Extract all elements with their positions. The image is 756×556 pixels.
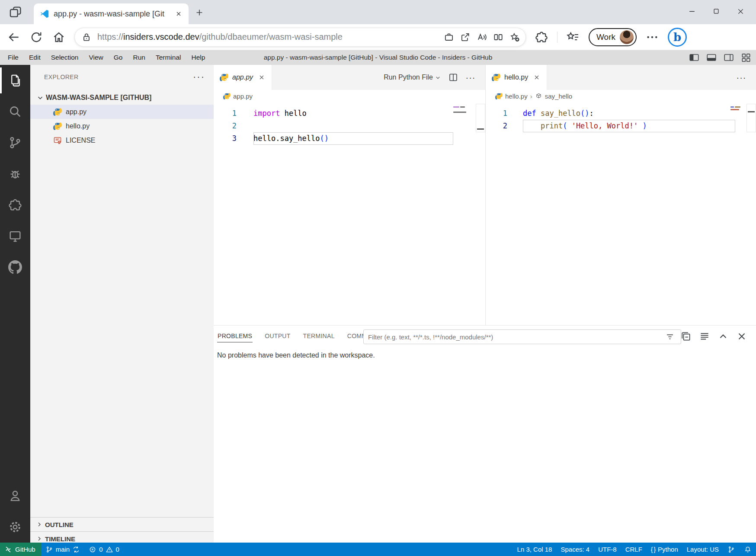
status-python[interactable]: { }Python (647, 543, 682, 556)
code-line[interactable]: def say_hello(): (523, 107, 735, 120)
panel-tab-output[interactable]: OUTPUT (264, 330, 291, 342)
overview-ruler[interactable] (746, 104, 756, 132)
editor-more-icon[interactable]: ··· (465, 72, 476, 83)
tab-hello-py[interactable]: hello.py (486, 65, 547, 90)
browser-more-icon[interactable] (645, 30, 659, 44)
accounts-icon[interactable] (0, 480, 30, 511)
activity-explorer-icon[interactable] (0, 65, 30, 96)
activity-source-control-icon[interactable] (0, 127, 30, 158)
menu-selection[interactable]: Selection (46, 50, 84, 65)
split-screen-icon[interactable] (493, 32, 504, 43)
code-line[interactable] (253, 120, 453, 132)
browser-tab[interactable]: app.py - wasm-wasi-sample [Git (34, 3, 189, 24)
back-icon[interactable] (7, 30, 21, 44)
customize-layout-icon[interactable] (740, 52, 752, 63)
branch-graph-status[interactable] (723, 543, 740, 556)
share-icon[interactable] (460, 32, 471, 43)
outline-section-header[interactable]: OUTLINE (30, 517, 214, 531)
notifications-status[interactable] (740, 543, 756, 556)
tab-label: app.py (232, 73, 253, 81)
problems-status[interactable]: 0 0 (84, 543, 124, 556)
maximize-panel-icon[interactable] (718, 331, 729, 342)
view-as-table-icon[interactable] (699, 331, 710, 342)
editor-actions: ··· (736, 65, 756, 90)
branch-status[interactable]: main (41, 543, 85, 556)
code-line[interactable]: print( 'Hello, World!' ) (523, 120, 735, 132)
status-spaces-4[interactable]: Spaces: 4 (556, 543, 594, 556)
extensions-puzzle-icon[interactable] (535, 30, 548, 44)
new-tab-button[interactable] (193, 6, 206, 19)
tree-root[interactable]: WASM-WASI-SAMPLE [GITHUB] (30, 91, 214, 105)
menu-run[interactable]: Run (128, 50, 150, 65)
url-text[interactable]: https://insiders.vscode.dev/github/dbaeu… (97, 32, 438, 42)
tab-close-icon[interactable] (257, 73, 266, 82)
breadcrumb[interactable]: app.py (214, 90, 485, 102)
settings-gear-icon[interactable] (0, 511, 30, 543)
home-icon[interactable] (52, 30, 66, 44)
run-python-file-button[interactable]: Run Python File (384, 73, 441, 81)
breadcrumb-file[interactable]: app.py (233, 93, 253, 100)
activity-github-icon[interactable] (0, 252, 30, 283)
address-bar[interactable]: https://insiders.vscode.dev/github/dbaeu… (74, 28, 526, 47)
status-utf-8[interactable]: UTF-8 (594, 543, 621, 556)
remote-indicator[interactable]: GitHub (0, 543, 41, 556)
tab-close-icon[interactable] (532, 73, 541, 82)
editor-more-icon[interactable]: ··· (736, 72, 746, 83)
sidebar-more-icon[interactable]: ··· (193, 71, 205, 83)
activity-remote-explorer-icon[interactable] (0, 220, 30, 252)
window-maximize-button[interactable] (704, 0, 728, 22)
app-install-icon[interactable] (443, 32, 455, 43)
tab-app-py[interactable]: app.py (214, 65, 272, 90)
code-lines[interactable]: import hellohello.say_hello() (253, 107, 453, 145)
file-row-license[interactable]: LICENSE (30, 133, 214, 147)
toggle-primary-sidebar-icon[interactable] (689, 52, 700, 63)
status-layout-us[interactable]: Layout: US (682, 543, 723, 556)
read-aloud-icon[interactable] (476, 32, 487, 43)
profile-button[interactable]: Work (589, 28, 637, 46)
code-editor[interactable]: 12 def say_hello(): print( 'Hello, World… (486, 102, 756, 325)
minimap[interactable] (453, 105, 468, 113)
add-favorite-icon[interactable] (509, 32, 520, 43)
toggle-secondary-sidebar-icon[interactable] (723, 52, 734, 63)
problems-filter-input[interactable] (363, 329, 681, 344)
menu-terminal[interactable]: Terminal (151, 50, 186, 65)
panel-tab-problems[interactable]: PROBLEMS (217, 330, 253, 342)
code-lines[interactable]: def say_hello(): print( 'Hello, World!' … (523, 107, 735, 132)
code-line[interactable]: hello.say_hello() (253, 132, 453, 145)
refresh-icon[interactable] (29, 30, 43, 44)
activity-run-debug-icon[interactable] (0, 158, 30, 189)
breadcrumb-file[interactable]: hello.py (505, 93, 528, 100)
code-line[interactable]: import hello (253, 107, 453, 120)
filter-icon[interactable] (665, 332, 675, 342)
code-editor[interactable]: 123 import hellohello.say_hello() (214, 102, 485, 325)
menu-go[interactable]: Go (109, 50, 128, 65)
collapse-all-icon[interactable] (680, 331, 692, 342)
status-ln-3-col-18[interactable]: Ln 3, Col 18 (513, 543, 557, 556)
menu-help[interactable]: Help (186, 50, 211, 65)
window-minimize-button[interactable] (680, 0, 704, 22)
bing-chat-icon[interactable]: b (668, 28, 687, 47)
menu-file[interactable]: File (3, 50, 24, 65)
browser-tab-close-icon[interactable] (173, 8, 184, 19)
panel-tab-terminal[interactable]: TERMINAL (303, 330, 335, 342)
menu-edit[interactable]: Edit (24, 50, 46, 65)
activity-search-icon[interactable] (0, 96, 30, 127)
file-row-app-py[interactable]: app.py (30, 105, 214, 119)
minimap[interactable] (730, 105, 742, 111)
window-close-button[interactable] (728, 0, 753, 22)
toggle-panel-icon[interactable] (706, 52, 717, 63)
overview-ruler[interactable] (476, 104, 485, 132)
editor-group-1: app.py Run Python File ··· app.py 123 im… (214, 65, 485, 325)
close-panel-icon[interactable] (736, 331, 747, 342)
file-row-hello-py[interactable]: hello.py (30, 119, 214, 133)
breadcrumb-symbol[interactable]: say_hello (545, 93, 572, 100)
activity-extensions-icon[interactable] (0, 189, 30, 220)
lock-icon[interactable] (81, 32, 92, 43)
status-crlf[interactable]: CRLF (621, 543, 647, 556)
tab-activity-icon[interactable] (9, 6, 22, 19)
breadcrumb[interactable]: hello.py › say_hello (486, 90, 756, 102)
split-editor-icon[interactable] (448, 72, 458, 83)
line-number: 1 (486, 107, 507, 120)
favorites-bar-icon[interactable] (566, 30, 580, 44)
menu-view[interactable]: View (83, 50, 108, 65)
